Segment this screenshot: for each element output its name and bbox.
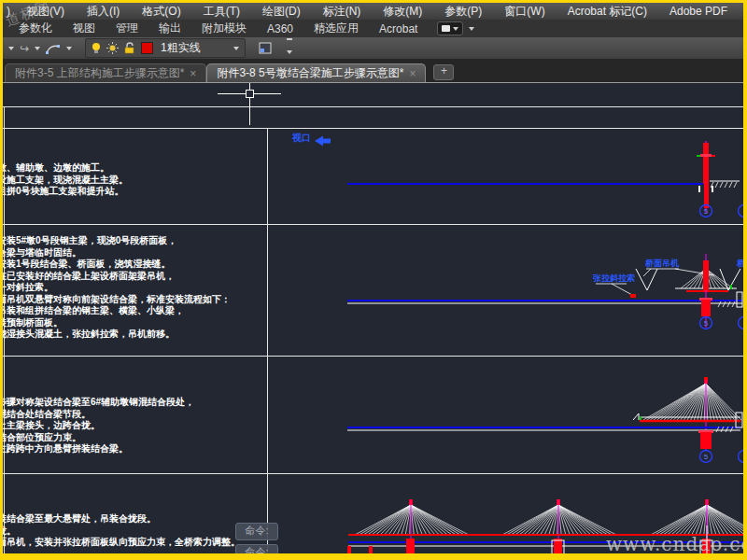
screenshot-frame: 道桥网 ) 视图(V) 插入(I) 格式(O) 工具(T) 绘图(D) 标注(N…: [0, 0, 747, 560]
menu-item-tools[interactable]: 工具(T): [192, 4, 251, 20]
sun-icon[interactable]: [106, 42, 119, 54]
redo-icon[interactable]: ↪: [20, 43, 29, 54]
layer-panel: 1粗实线: [85, 38, 246, 58]
step1-text: 墩、辅助墩、边墩的施工。 设施工支架，现浇混凝土主梁。 组拼0号块施工支架和提升…: [3, 162, 270, 198]
viewport-label: 视口: [292, 132, 311, 145]
step2-drawing: 5: [347, 254, 743, 329]
cable-fan: [355, 505, 469, 535]
menu-bar: ) 视图(V) 插入(I) 格式(O) 工具(T) 绘图(D) 标注(N) 修改…: [3, 3, 743, 20]
drawing-tab-bar: 附件3-5 上部结构施工步骤示意图* × 附件3-8 5号墩结合梁施工步骤示意图…: [3, 59, 743, 83]
deck-crane-label-clipped: 桥面吊机: [737, 258, 743, 270]
ribbon-tab-view[interactable]: 视图: [63, 21, 106, 36]
menu-item-insert[interactable]: 插入(I): [76, 4, 131, 20]
deck-crane-label: 桥面吊机: [645, 258, 679, 270]
ribbon-tab-a360[interactable]: A360: [257, 22, 303, 35]
step1-drawing: 5: [315, 136, 743, 217]
drawing-tab-1-label: 附件3-5 上部结构施工步骤示意图*: [15, 65, 184, 81]
step4-drawing: [347, 499, 743, 553]
ribbon-display-icon: [442, 25, 450, 32]
menu-item-window[interactable]: 窗口(W): [493, 4, 556, 20]
command-prompt[interactable]: 命令:: [235, 523, 278, 540]
svg-text:5: 5: [704, 453, 709, 461]
step4-text: 装结合梁至最大悬臂处，吊装合拢段。 拢。 面吊机，安装并张拉桥面板纵向预应力束，…: [3, 513, 270, 549]
ribbon-minimize-icon[interactable]: [469, 27, 474, 31]
drawing-tab-2-label: 附件3-8 5号墩结合梁施工步骤示意图*: [217, 65, 403, 81]
menu-item-clipped[interactable]: ): [7, 5, 16, 18]
ribbon-tab-parametric[interactable]: 参数化: [8, 21, 63, 36]
cable-fan: [643, 384, 741, 420]
menu-item-modify[interactable]: 修改(M): [372, 4, 433, 20]
quick-access-toolbar: ↪: [3, 37, 743, 59]
unlock-icon[interactable]: [124, 42, 135, 54]
drawing-canvas[interactable]: 5: [3, 83, 743, 553]
toolbar-collapse-icon[interactable]: [287, 38, 292, 58]
svg-text:5: 5: [704, 319, 709, 328]
autocad-window: 道桥网 ) 视图(V) 插入(I) 格式(O) 工具(T) 绘图(D) 标注(N…: [3, 3, 743, 553]
layer-color-swatch[interactable]: [141, 42, 153, 54]
new-tab-button[interactable]: +: [433, 64, 454, 80]
layer-name: 1粗实线: [159, 40, 228, 56]
window-icon[interactable]: [259, 42, 272, 54]
chevron-down-icon[interactable]: [8, 47, 14, 50]
chevron-down-icon: [453, 27, 458, 31]
lightbulb-icon[interactable]: [92, 42, 101, 54]
deck-crane-left: [636, 269, 657, 290]
ribbon-tab-addins[interactable]: 附加模块: [191, 21, 257, 36]
spline-icon[interactable]: [46, 43, 61, 54]
step3-text: 步骤对称架设结合梁至6#辅助墩钢混结合段处， 混结合处结合梁节段。 土主梁接头，…: [3, 397, 270, 455]
menu-item-parametric[interactable]: 参数(P): [433, 4, 493, 20]
chevron-down-icon[interactable]: [66, 47, 72, 50]
ribbon-display-button[interactable]: [437, 21, 463, 35]
drawing-tab-1[interactable]: 附件3-5 上部结构施工步骤示意图* ×: [5, 63, 206, 82]
close-icon[interactable]: ×: [190, 68, 196, 79]
step3-drawing: 5: [347, 377, 743, 463]
menu-item-view[interactable]: 视图(V): [16, 4, 76, 20]
menu-item-dimension[interactable]: 标注(N): [312, 4, 373, 20]
layer-dropdown-icon[interactable]: [233, 47, 239, 50]
command-prompt[interactable]: 命令:: [235, 544, 278, 553]
menu-item-acrobat-markup[interactable]: Acrobat 标记(C): [557, 4, 658, 20]
left-arrow-icon: [315, 136, 331, 147]
step2-text: 安装5#墩0号段钢主梁，现浇0号段桥面板， 合梁与塔临时固结。 安装1号段结合梁…: [3, 235, 270, 341]
ribbon-tab-bar: 参数化 视图 管理 输出 附加模块 A360 精选应用 Acrobat: [3, 20, 743, 37]
crosshair-cursor: [218, 83, 281, 125]
ribbon-tab-output[interactable]: 输出: [148, 21, 191, 36]
ribbon-tab-featured-apps[interactable]: 精选应用: [303, 21, 369, 36]
tension-cable-label: 张拉斜拉索: [593, 273, 635, 285]
close-icon[interactable]: ×: [409, 68, 416, 79]
menu-item-adobe-pdf[interactable]: Adobe PDF: [658, 5, 739, 18]
cable-fan: [651, 505, 743, 535]
drawing-tab-2[interactable]: 附件3-8 5号墩结合梁施工步骤示意图* ×: [206, 63, 426, 82]
menu-item-draw[interactable]: 绘图(D): [251, 4, 312, 20]
menu-item-format[interactable]: 格式(O): [131, 4, 191, 20]
ribbon-tab-manage[interactable]: 管理: [106, 21, 148, 36]
chevron-down-icon[interactable]: [35, 47, 40, 50]
svg-text:5: 5: [704, 207, 709, 216]
cable-fan: [502, 505, 616, 535]
ribbon-tab-acrobat[interactable]: Acrobat: [369, 22, 428, 35]
